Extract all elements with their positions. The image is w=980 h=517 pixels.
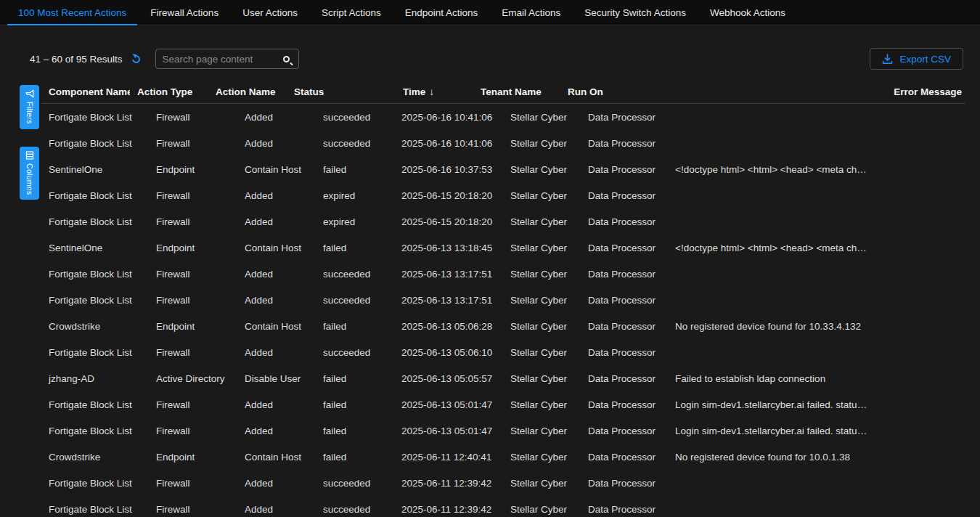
status-cell: succeeded xyxy=(316,504,394,515)
column-header[interactable]: Time↓ xyxy=(396,86,473,97)
status-cell: expired xyxy=(316,190,394,201)
run-on-cell: Data Processor xyxy=(581,190,668,201)
table-row[interactable]: SentinelOne Endpoint Contain Host failed… xyxy=(41,235,965,261)
time-cell: 2025-06-11 12:40:41 xyxy=(394,452,503,463)
status-cell: expired xyxy=(316,216,394,227)
time-cell: 2025-06-15 20:18:20 xyxy=(394,190,503,201)
component-name-cell: Fortigate Block List xyxy=(41,216,149,227)
table-row[interactable]: Fortigate Block List Firewall Added expi… xyxy=(41,208,965,235)
tab-item[interactable]: Email Actions xyxy=(491,0,571,25)
run-on-cell: Data Processor xyxy=(581,399,668,410)
column-header-label: Error Message xyxy=(894,86,962,97)
search-input[interactable] xyxy=(163,54,283,65)
table-row[interactable]: Fortigate Block List Firewall Added succ… xyxy=(41,130,965,156)
tenant-name-cell: Stellar Cyber xyxy=(503,478,581,489)
column-header-label: Action Type xyxy=(137,86,192,97)
table-row[interactable]: jzhang-AD Active Directory Disable User … xyxy=(41,365,965,391)
status-cell: succeeded xyxy=(316,112,394,123)
side-tabs: Filters Columns xyxy=(20,85,39,200)
column-header-label: Tenant Name xyxy=(481,86,542,97)
tab-item[interactable]: Security Switch Actions xyxy=(573,0,697,25)
tab-item[interactable]: Script Actions xyxy=(311,0,392,25)
table-row[interactable]: Fortigate Block List Firewall Added succ… xyxy=(41,261,965,287)
run-on-cell: Data Processor xyxy=(581,216,668,227)
tab-item-label: Security Switch Actions xyxy=(584,7,686,18)
action-name-cell: Contain Host xyxy=(237,243,316,253)
run-on-cell: Data Processor xyxy=(581,295,668,306)
component-name-cell: Fortigate Block List xyxy=(41,295,149,306)
tab-item[interactable]: User Actions xyxy=(232,0,309,25)
time-cell: 2025-06-16 10:41:06 xyxy=(394,138,503,149)
action-type-cell: Firewall xyxy=(149,426,237,436)
toolbar: 41 – 60 of 95 Results Export CSV xyxy=(0,48,980,70)
table-row[interactable]: Fortigate Block List Firewall Added succ… xyxy=(41,104,965,130)
component-name-cell: jzhang-AD xyxy=(41,373,149,384)
error-message-cell: <!doctype html> <html> <head> <meta ch… xyxy=(668,164,965,175)
action-name-cell: Disable User xyxy=(237,373,316,384)
column-header-label: Time xyxy=(403,86,425,97)
time-cell: 2025-06-13 13:17:51 xyxy=(394,295,503,306)
column-header[interactable]: Tenant Name xyxy=(473,86,560,97)
table-columns-icon xyxy=(25,151,34,160)
status-cell: succeeded xyxy=(316,347,394,358)
table-row[interactable]: Crowdstrike Endpoint Contain Host failed… xyxy=(41,444,965,470)
column-header[interactable]: Component Name xyxy=(41,86,130,97)
tab-item[interactable]: 100 Most Recent Actions xyxy=(7,0,137,25)
export-csv-button[interactable]: Export CSV xyxy=(870,48,963,70)
column-header[interactable]: Error Message xyxy=(886,86,965,97)
status-cell: failed xyxy=(316,321,394,332)
table-row[interactable]: Fortigate Block List Firewall Added succ… xyxy=(41,470,965,496)
tenant-name-cell: Stellar Cyber xyxy=(503,164,581,175)
column-header[interactable]: Run On xyxy=(560,86,886,97)
tenant-name-cell: Stellar Cyber xyxy=(503,347,581,358)
time-cell: 2025-06-16 10:41:06 xyxy=(394,112,503,123)
tab-item[interactable]: Endpoint Actions xyxy=(394,0,489,25)
search-icon xyxy=(283,56,290,62)
status-cell: failed xyxy=(316,164,394,175)
download-icon xyxy=(882,54,893,65)
component-name-cell: Crowdstrike xyxy=(41,452,149,463)
action-type-cell: Firewall xyxy=(149,190,237,201)
component-name-cell: Fortigate Block List xyxy=(41,112,149,123)
action-name-cell: Added xyxy=(237,138,316,149)
column-header[interactable]: Status xyxy=(287,86,396,97)
table-row[interactable]: Fortigate Block List Firewall Added succ… xyxy=(41,287,965,313)
column-header[interactable]: Action Type xyxy=(130,86,208,97)
filters-tab[interactable]: Filters xyxy=(20,85,39,129)
filters-tab-label: Filters xyxy=(25,102,34,124)
action-name-cell: Contain Host xyxy=(237,164,316,175)
table-row[interactable]: SentinelOne Endpoint Contain Host failed… xyxy=(41,156,965,182)
table-row[interactable]: Fortigate Block List Firewall Added succ… xyxy=(41,496,965,517)
funnel-icon xyxy=(25,89,34,98)
table-row[interactable]: Crowdstrike Endpoint Contain Host failed… xyxy=(41,313,965,339)
table-row[interactable]: Fortigate Block List Firewall Added fail… xyxy=(41,418,965,444)
error-message-cell: Failed to establish ldap connection xyxy=(668,373,965,384)
table-row[interactable]: Fortigate Block List Firewall Added expi… xyxy=(41,182,965,208)
time-cell: 2025-06-11 12:39:42 xyxy=(394,504,503,515)
column-header[interactable]: Action Name xyxy=(208,86,287,97)
status-cell: failed xyxy=(316,243,394,253)
component-name-cell: Fortigate Block List xyxy=(41,426,149,436)
column-header-label: Status xyxy=(294,86,324,97)
action-type-cell: Firewall xyxy=(149,399,237,410)
tab-item-label: User Actions xyxy=(242,7,298,18)
refresh-icon xyxy=(131,53,142,64)
tab-item[interactable]: Firewall Actions xyxy=(139,0,229,25)
time-cell: 2025-06-16 10:37:53 xyxy=(394,164,503,175)
status-cell: failed xyxy=(316,373,394,384)
action-type-cell: Endpoint xyxy=(149,243,237,253)
search-box[interactable] xyxy=(155,49,299,69)
action-name-cell: Added xyxy=(237,478,316,489)
columns-tab[interactable]: Columns xyxy=(20,147,39,200)
status-cell: succeeded xyxy=(316,138,394,149)
status-cell: succeeded xyxy=(316,269,394,280)
refresh-button[interactable] xyxy=(130,52,143,65)
table-row[interactable]: Fortigate Block List Firewall Added succ… xyxy=(41,339,965,365)
sort-desc-icon[interactable]: ↓ xyxy=(429,86,434,97)
tenant-name-cell: Stellar Cyber xyxy=(503,112,581,123)
error-message-cell: Login sim-dev1.stellarcyber.ai failed. s… xyxy=(668,399,965,410)
tenant-name-cell: Stellar Cyber xyxy=(503,373,581,384)
table-row[interactable]: Fortigate Block List Firewall Added fail… xyxy=(41,391,965,418)
tab-item[interactable]: Webhook Actions xyxy=(699,0,796,25)
time-cell: 2025-06-15 20:18:20 xyxy=(394,216,503,227)
